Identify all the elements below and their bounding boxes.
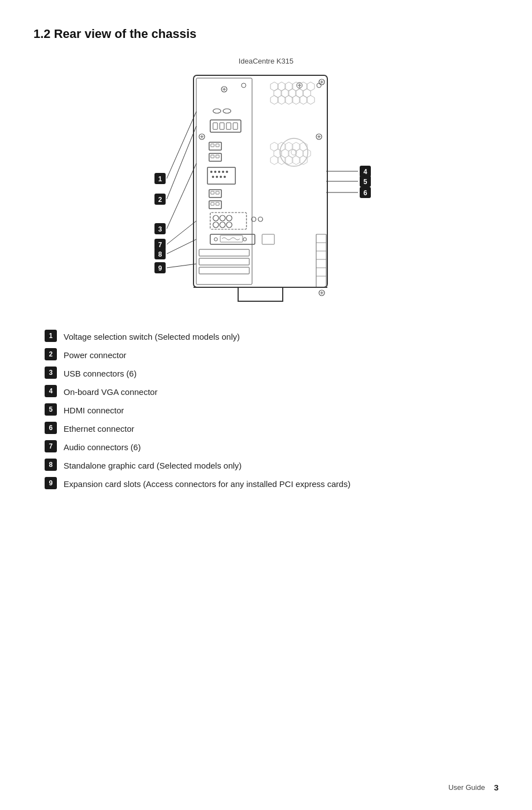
- svg-point-88: [226, 222, 232, 228]
- svg-point-74: [220, 176, 222, 178]
- svg-text:2: 2: [158, 196, 162, 204]
- svg-rect-65: [216, 155, 219, 158]
- diagram-label: IdeaCentre K315: [239, 57, 293, 65]
- svg-rect-62: [216, 144, 219, 147]
- legend-text-5: HDMI connector: [64, 403, 124, 416]
- svg-point-67: [210, 171, 212, 173]
- svg-line-109: [167, 126, 196, 199]
- svg-rect-34: [220, 123, 224, 129]
- svg-marker-52: [303, 149, 311, 158]
- legend-text-3: USB connectors (6): [64, 367, 137, 379]
- svg-marker-26: [307, 95, 315, 104]
- page-title: 1.2 Rear view of the chassis: [33, 27, 499, 41]
- svg-rect-81: [216, 202, 219, 205]
- legend-text-9: Expansion card slots (Access connectors …: [64, 477, 350, 490]
- svg-text:8: 8: [158, 250, 162, 258]
- svg-point-5: [241, 83, 246, 88]
- badge-1: 1: [45, 330, 57, 342]
- svg-point-85: [226, 215, 232, 221]
- svg-rect-66: [207, 167, 235, 184]
- badge-8: 8: [45, 459, 57, 471]
- list-item: 4 On-board VGA connector: [33, 385, 499, 398]
- svg-text:7: 7: [158, 241, 162, 249]
- legend-text-6: Ethernet connector: [64, 422, 134, 435]
- svg-marker-24: [292, 95, 300, 104]
- legend-text-8: Standalone graphic card (Selected models…: [64, 459, 241, 471]
- svg-marker-25: [299, 95, 307, 104]
- svg-rect-35: [226, 123, 231, 129]
- badge-2: 2: [45, 348, 57, 360]
- list-item: 3 USB connectors (6): [33, 367, 499, 379]
- badge-6: 6: [45, 422, 57, 434]
- svg-rect-98: [199, 267, 249, 274]
- svg-point-92: [214, 238, 217, 241]
- svg-marker-57: [299, 156, 307, 165]
- svg-rect-1: [196, 78, 252, 285]
- list-item: 9 Expansion card slots (Access connector…: [33, 477, 499, 490]
- svg-rect-30: [213, 109, 221, 113]
- badge-7: 7: [45, 440, 57, 452]
- svg-text:3: 3: [158, 225, 162, 233]
- legend-list: 1 Voltage selection switch (Selected mod…: [33, 330, 499, 490]
- list-item: 2 Power connector: [33, 348, 499, 361]
- svg-rect-36: [233, 123, 238, 129]
- svg-point-70: [222, 171, 224, 173]
- svg-point-87: [220, 222, 225, 228]
- svg-rect-91: [210, 234, 255, 244]
- list-item: 5 HDMI connector: [33, 403, 499, 416]
- svg-point-90: [258, 217, 263, 221]
- svg-text:1: 1: [158, 175, 162, 183]
- svg-line-114: [167, 221, 196, 244]
- list-item: 7 Audio connectors (6): [33, 440, 499, 453]
- diagram-container: IdeaCentre K315: [33, 57, 499, 310]
- svg-point-75: [224, 176, 226, 178]
- svg-marker-53: [270, 156, 278, 165]
- svg-point-69: [218, 171, 220, 173]
- svg-marker-21: [270, 95, 278, 104]
- svg-rect-99: [316, 234, 326, 287]
- svg-marker-56: [292, 156, 300, 165]
- badge-5: 5: [45, 403, 57, 416]
- legend-text-2: Power connector: [64, 348, 127, 361]
- svg-point-83: [213, 215, 219, 221]
- list-item: 6 Ethernet connector: [33, 422, 499, 435]
- svg-line-116: [167, 264, 196, 268]
- svg-point-68: [214, 171, 216, 173]
- svg-marker-54: [278, 156, 286, 165]
- footer-label: User Guide: [448, 783, 485, 792]
- list-item: 8 Standalone graphic card (Selected mode…: [33, 459, 499, 471]
- svg-point-9: [317, 83, 321, 88]
- svg-rect-61: [211, 144, 214, 147]
- svg-rect-93: [220, 235, 243, 242]
- badge-9: 9: [45, 477, 57, 489]
- svg-rect-64: [211, 155, 214, 158]
- svg-line-110: [167, 163, 196, 229]
- legend-text-1: Voltage selection switch (Selected model…: [64, 330, 240, 343]
- chassis-diagram: 1 2 3 4 5 6 7 8: [127, 70, 405, 310]
- svg-marker-23: [285, 95, 293, 104]
- svg-text:5: 5: [364, 178, 367, 186]
- svg-rect-32: [210, 120, 241, 132]
- svg-text:6: 6: [364, 189, 367, 197]
- svg-marker-10: [270, 82, 278, 91]
- svg-rect-96: [199, 249, 249, 256]
- svg-point-71: [226, 171, 228, 173]
- svg-rect-33: [213, 123, 217, 129]
- svg-marker-55: [285, 156, 293, 165]
- svg-marker-43: [270, 142, 278, 151]
- svg-rect-80: [211, 202, 214, 205]
- svg-text:4: 4: [364, 168, 367, 176]
- svg-rect-0: [194, 75, 327, 287]
- badge-4: 4: [45, 385, 57, 397]
- svg-point-73: [216, 176, 218, 178]
- legend-text-4: On-board VGA connector: [64, 385, 157, 398]
- svg-marker-22: [278, 95, 286, 104]
- svg-rect-95: [262, 234, 274, 244]
- svg-text:9: 9: [158, 264, 162, 272]
- svg-rect-77: [211, 191, 214, 194]
- svg-rect-31: [223, 109, 231, 113]
- svg-line-108: [167, 112, 196, 179]
- legend-text-7: Audio connectors (6): [64, 440, 141, 453]
- svg-point-94: [243, 238, 246, 241]
- svg-line-115: [167, 239, 196, 254]
